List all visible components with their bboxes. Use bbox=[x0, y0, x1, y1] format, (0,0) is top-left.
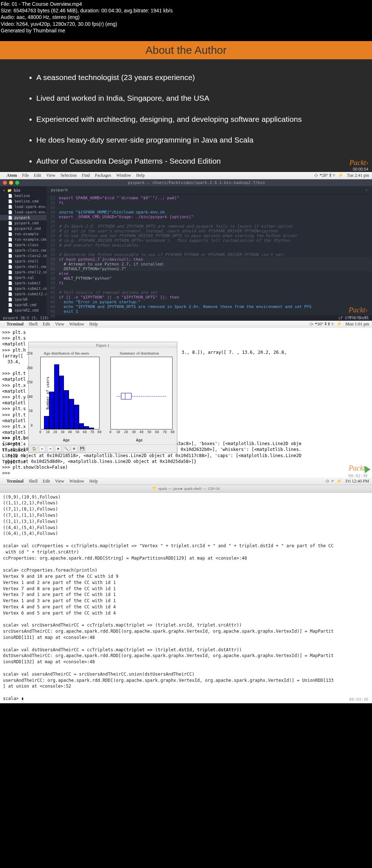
histogram-bar bbox=[44, 416, 49, 429]
tree-file[interactable]: 📄 spark-shell bbox=[0, 259, 46, 264]
code-line[interactable]: 21export SPARK_HOME="$(cd "`dirname "$0"… bbox=[46, 196, 372, 200]
code-line[interactable]: 32 bbox=[46, 248, 372, 252]
tree-file[interactable]: 📄 pyspark bbox=[0, 215, 46, 220]
menubar-clock[interactable]: Fri 12:40 PM bbox=[345, 478, 369, 484]
app-menu[interactable]: Terminal bbox=[7, 321, 24, 327]
editor-tab[interactable]: pyspark ✕ bbox=[46, 186, 372, 194]
save-icon[interactable]: 💾 bbox=[79, 445, 85, 452]
code-line[interactable]: 38 ⊕ULT_PYTHON="python" bbox=[46, 276, 372, 281]
menu-shell[interactable]: Shell bbox=[29, 478, 38, 484]
code-line[interactable]: 31# and executor Python executables. bbox=[46, 243, 372, 248]
tree-file[interactable]: 📄 spark-shell2.cmd bbox=[0, 269, 46, 275]
tree-file[interactable]: 📄 sparkR2.cmd bbox=[0, 308, 46, 313]
tree-file[interactable]: 📄 beeline bbox=[0, 193, 46, 199]
tree-file[interactable]: 📄 run-example.cmd bbox=[0, 237, 46, 242]
file-tree[interactable]: ▾ 📁 bin 📄 beeline📄 beeline.cmd📄 load-spa… bbox=[0, 186, 46, 315]
code-line[interactable]: 41# Fail noisily if removed options are … bbox=[46, 290, 372, 295]
menu-edit[interactable]: Edit bbox=[43, 478, 50, 484]
code-line[interactable]: 34if hash python2.7 2>/dev/null; then bbox=[46, 257, 372, 262]
menu-view[interactable]: View bbox=[55, 478, 64, 484]
code-line[interactable]: 30# (e.g. PYSPARK_DRIVER_PYTHON_OPTS='no… bbox=[46, 238, 372, 243]
menubar-clock[interactable]: Tue 2:41 pm bbox=[347, 173, 369, 178]
menubar-clock[interactable]: Mon 1:01 pm bbox=[345, 321, 369, 327]
matplotlib-figure-window[interactable]: Figure 1 Age distribution of the users N… bbox=[28, 342, 177, 453]
minimize-button[interactable] bbox=[9, 181, 13, 185]
menu-shell[interactable]: Shell bbox=[29, 321, 38, 327]
menu-view[interactable]: View bbox=[46, 173, 55, 178]
code-line[interactable]: 42if [[ -n "$IPYTHON" || -n "$IPYTHON_OP… bbox=[46, 295, 372, 300]
menu-file[interactable]: File bbox=[22, 173, 29, 178]
menu-selection[interactable]: Selection bbox=[61, 173, 77, 178]
menu-help[interactable]: Help bbox=[89, 478, 98, 484]
figure-toolbar[interactable]: 🏠 ← → ✥ 🔍 ⚙ 💾 bbox=[29, 444, 177, 453]
menubar-status-icons[interactable]: ⟳ ☁30° ⇩ ⇧ ᯤ ⚡ bbox=[310, 321, 342, 327]
code-line[interactable]: 35 # Attempt to use Python 2.7, if insta… bbox=[46, 262, 372, 267]
tree-file[interactable]: 📄 spark-class bbox=[0, 242, 46, 248]
tree-file[interactable]: 📄 pyspark2.cmd bbox=[0, 226, 46, 231]
code-line[interactable]: 24source "${SPARK_HOME}"/bin/load-spark-… bbox=[46, 210, 372, 215]
code-line[interactable]: 26 bbox=[46, 219, 372, 224]
zoom-button[interactable] bbox=[15, 181, 19, 185]
code-line[interactable]: 29# to use IPython and set PYSPARK_DRIVE… bbox=[46, 233, 372, 238]
back-icon[interactable]: ← bbox=[39, 445, 45, 452]
menu-help[interactable]: Help bbox=[89, 321, 98, 327]
code-line[interactable]: 27# In Spark 2.0, IPYTHON and IPYTHON_OP… bbox=[46, 224, 372, 229]
tree-file[interactable]: 📄 sparkR.cmd bbox=[0, 302, 46, 308]
window-title: pyspark — /Users/Packtvideo/spark-2.0.1-… bbox=[128, 180, 265, 185]
tree-file[interactable]: 📄 load-spark-env.sh bbox=[0, 209, 46, 215]
tree-file[interactable]: 📄 spark-submit2.cmd bbox=[0, 291, 46, 297]
config-icon[interactable]: ⚙ bbox=[71, 445, 77, 452]
app-menu[interactable]: Terminal bbox=[7, 478, 24, 484]
menu-help[interactable]: Help bbox=[136, 173, 145, 178]
tree-file[interactable]: 📄 run-example bbox=[0, 231, 46, 237]
tree-file[interactable]: 📄 beeline.cmd bbox=[0, 199, 46, 204]
terminal-tab[interactable]: 📁 spark — java ▸ spark-shell — 128×34 bbox=[0, 485, 372, 492]
tree-file[interactable]: 📄 spark-class2.cmd bbox=[0, 253, 46, 259]
code-line[interactable]: 23 bbox=[46, 205, 372, 210]
menu-edit[interactable]: Edit bbox=[43, 321, 50, 327]
tree-folder[interactable]: ▾ 📁 bin bbox=[0, 188, 46, 193]
tree-file[interactable]: 📄 sparkR bbox=[0, 297, 46, 302]
boxplot-chart: Summary of distribution 0102030405060708… bbox=[104, 350, 175, 442]
tree-file[interactable]: 📄 spark-sql bbox=[0, 275, 46, 280]
pan-icon[interactable]: ✥ bbox=[55, 445, 61, 452]
code-line[interactable]: 40 bbox=[46, 285, 372, 290]
menu-view[interactable]: View bbox=[55, 321, 64, 327]
tree-file[interactable]: 📄 spark-shell.cmd bbox=[0, 264, 46, 269]
menu-window[interactable]: Window bbox=[116, 173, 131, 178]
code-editor[interactable]: pyspark ✕ 21export SPARK_HOME="$(cd "`di… bbox=[46, 186, 372, 315]
home-icon[interactable]: 🏠 bbox=[31, 445, 37, 452]
traffic-lights[interactable] bbox=[3, 181, 19, 185]
tree-file[interactable]: 📄 spark-submit bbox=[0, 280, 46, 286]
code-line[interactable]: 25export _SPARK_CMD_USAGE="Usage: ./bin/… bbox=[46, 215, 372, 219]
forward-icon[interactable]: → bbox=[47, 445, 53, 452]
code-line[interactable]: 37else bbox=[46, 271, 372, 276]
close-button[interactable] bbox=[3, 181, 7, 185]
app-menu[interactable]: Atom bbox=[7, 173, 17, 178]
menu-edit[interactable]: Edit bbox=[34, 173, 41, 178]
histogram-bar bbox=[64, 390, 69, 429]
terminal-output[interactable]: ((9,9),(10,9),Follows) ((1,1),(2,1),Foll… bbox=[0, 493, 372, 703]
figure-titlebar[interactable]: Figure 1 bbox=[29, 342, 177, 348]
menu-find[interactable]: Find bbox=[82, 173, 90, 178]
menu-packages[interactable]: Packages bbox=[95, 173, 111, 178]
code-line[interactable]: 33# Determine the Python executable to u… bbox=[46, 252, 372, 257]
code-line[interactable]: 43 echo "Error in pyspark startup:" bbox=[46, 300, 372, 304]
tree-file[interactable]: 📄 spark-class.cmd bbox=[0, 248, 46, 253]
code-line[interactable]: 45 exit 1 bbox=[46, 309, 372, 314]
menu-window[interactable]: Window bbox=[69, 478, 84, 484]
code-line[interactable]: 28# is set in the user's environment. In… bbox=[46, 229, 372, 233]
menubar-status-icons[interactable]: ⟳ ☁28° ⇧ ᯤ ⚡ bbox=[314, 173, 343, 178]
tree-file[interactable]: 📄 pyspark.cmd bbox=[0, 220, 46, 226]
code-line[interactable]: 44 echo "IPYTHON and IPYTHON_OPTS are re… bbox=[46, 304, 372, 309]
tree-file[interactable]: 📄 spark-submit.cmd bbox=[0, 286, 46, 291]
tree-file[interactable]: 📄 load-spark-env.cmd bbox=[0, 204, 46, 209]
code-line[interactable]: 46 bbox=[46, 314, 372, 319]
code-line[interactable]: 39fi bbox=[46, 281, 372, 285]
zoom-icon[interactable]: 🔍 bbox=[63, 445, 69, 452]
bullet-item: Lived and worked in India, Singapore, an… bbox=[36, 93, 347, 103]
menubar-status-icons[interactable]: ⟳ ᯤ ⚡ bbox=[326, 478, 342, 484]
menu-window[interactable]: Window bbox=[69, 321, 84, 327]
code-line[interactable]: 36 DEFAULT_PYTHON="python2.7" bbox=[46, 267, 372, 271]
code-line[interactable]: 22fi bbox=[46, 200, 372, 205]
